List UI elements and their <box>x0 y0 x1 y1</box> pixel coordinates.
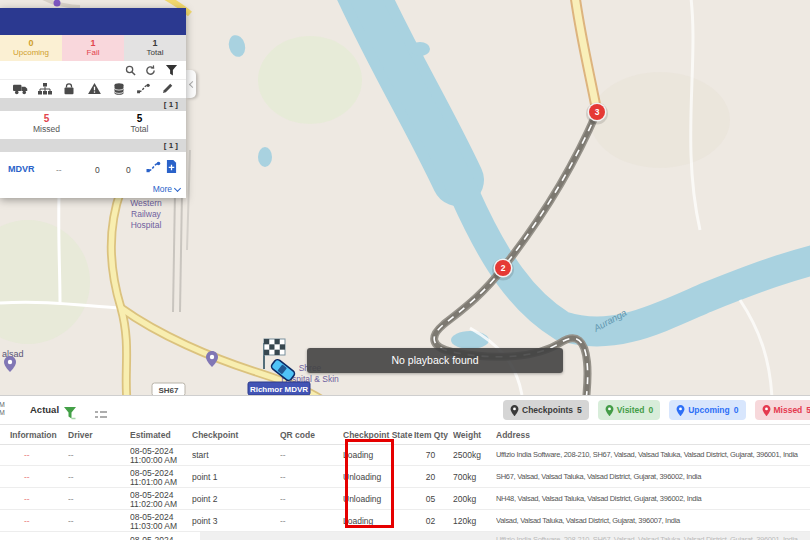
table-header-row: Information Driver Estimated Checkpoint … <box>0 424 810 445</box>
vehicle-driver-value: -- <box>56 165 62 175</box>
col-checkpoint: Checkpoint <box>192 430 280 440</box>
table-row[interactable]: -- -- 08-05-202411:00:00 AM start -- Loa… <box>0 444 810 466</box>
app-root: { "info_panel": { "tabs": [ {"value": "0… <box>0 0 810 540</box>
pin-icon <box>762 405 771 416</box>
panel-header <box>0 8 186 35</box>
vehicle-count-1: 0 <box>95 165 100 175</box>
col-qr-code: QR code <box>280 430 343 440</box>
mode-label: Actual <box>30 404 59 415</box>
col-driver: Driver <box>68 430 130 440</box>
playback-route-icon <box>146 161 161 173</box>
filter-icon[interactable] <box>165 64 178 77</box>
col-information: Information <box>0 430 68 440</box>
summary-missed: 5 Missed <box>0 111 93 139</box>
playback-toolbar: M M Actual Checkpoints5 Visited0 Upcomin… <box>0 396 810 424</box>
database-icon <box>114 83 124 95</box>
svg-text:2: 2 <box>501 263 506 273</box>
chevron-down-icon <box>174 185 181 192</box>
page-indicator-2: [ 1 ] <box>0 139 186 152</box>
svg-text:3: 3 <box>595 107 600 117</box>
pin-icon <box>676 405 685 416</box>
sitemap-icon <box>38 83 52 95</box>
bottom-panel: M M Actual Checkpoints5 Visited0 Upcomin… <box>0 395 810 540</box>
vehicle-count-2: 0 <box>126 165 131 175</box>
report-file-icon <box>166 160 177 173</box>
table-row-partial[interactable]: 08-05-2024 . Uffizio India Software, 208… <box>0 532 810 540</box>
table-row[interactable]: -- -- 08-05-202411:01:00 AM point 1 -- U… <box>0 466 810 488</box>
badge-visited[interactable]: Visited0 <box>598 400 660 420</box>
checkpoint-badges: Checkpoints5 Visited0 Upcoming0 Missed5 … <box>503 400 810 420</box>
more-link[interactable]: More <box>153 184 180 194</box>
clipped-time-labels: M M <box>0 401 5 417</box>
warning-triangle-icon <box>88 83 101 94</box>
list-icon <box>95 410 107 420</box>
road-shield-sh67: SH67 <box>152 383 185 395</box>
panel-collapse-handle[interactable] <box>186 70 196 98</box>
table-row[interactable]: -- -- 08-05-202411:02:00 AM point 2 -- U… <box>0 488 810 510</box>
summary-total: 5 Total <box>93 111 186 139</box>
panel-status-tabs: 0 Upcoming 1 Fail 1 Total <box>0 35 186 61</box>
checkpoint-summary: 5 Missed 5 Total <box>0 111 186 139</box>
checkpoint-marker-2[interactable]: 2 <box>492 259 514 281</box>
chevron-left-icon <box>188 80 195 87</box>
vehicle-name-link[interactable]: MDVR <box>8 164 35 174</box>
svg-text:SH67: SH67 <box>158 386 179 395</box>
checkpoint-state-value: Unloading <box>343 472 414 482</box>
panel-action-icons <box>0 80 186 98</box>
bag-icon <box>63 83 75 95</box>
col-item-qty: Item Qty <box>414 430 453 440</box>
badge-upcoming[interactable]: Upcoming0 <box>669 400 745 420</box>
tab-upcoming[interactable]: 0 Upcoming <box>0 35 62 61</box>
panel-search-row <box>0 61 186 80</box>
green-filter-icon <box>63 406 77 420</box>
poi-western-railway-line2: Railway <box>131 209 162 219</box>
tab-total[interactable]: 1 Total <box>124 35 186 61</box>
info-panel: 0 Upcoming 1 Fail 1 Total [ 1 ] 5 Missed… <box>0 8 186 198</box>
vehicle-label[interactable]: Richmor MDVR <box>248 382 310 395</box>
poi-western-railway-line3: Hospital <box>131 220 162 230</box>
poi-western-railway-line1: Western <box>130 198 162 208</box>
toast-no-playback: No playback found <box>307 348 563 373</box>
svg-text:Richmor MDVR: Richmor MDVR <box>250 385 308 394</box>
checkpoint-marker-3[interactable]: 3 <box>586 103 608 125</box>
route-icon <box>137 83 150 94</box>
checkpoint-state-value: Loading <box>343 516 414 526</box>
page-indicator-1: [ 1 ] <box>0 98 186 111</box>
col-estimated: Estimated <box>130 430 192 440</box>
search-icon[interactable] <box>125 65 136 76</box>
badge-checkpoints[interactable]: Checkpoints5 <box>503 400 589 420</box>
badge-missed[interactable]: Missed5 <box>755 400 810 420</box>
pin-icon <box>510 405 519 416</box>
col-checkpoint-state: Checkpoint State <box>343 430 414 440</box>
checkpoint-state-value: Unloading <box>343 494 414 504</box>
edit-pencil-icon <box>162 83 173 94</box>
vehicle-truck-icon <box>13 83 28 95</box>
col-weight: Weight <box>453 430 496 440</box>
checkpoint-state-value: Loading <box>343 450 414 460</box>
refresh-icon[interactable] <box>145 65 156 76</box>
pin-icon <box>605 405 614 416</box>
table-body: -- -- 08-05-202411:00:00 AM start -- Loa… <box>0 444 810 540</box>
tab-fail[interactable]: 1 Fail <box>62 35 124 61</box>
table-row[interactable]: -- -- 08-05-202411:03:00 AM point 3 -- L… <box>0 510 810 532</box>
vehicle-row[interactable]: MDVR -- 0 0 More <box>0 152 186 198</box>
col-address: Address <box>496 430 810 440</box>
